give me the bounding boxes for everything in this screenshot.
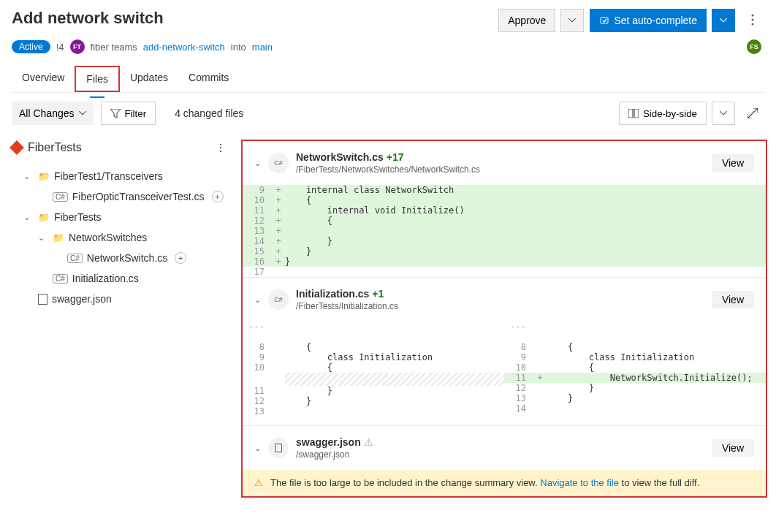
tree-label: NetworkSwitches [69, 232, 147, 243]
file-block: ⌄C#NetworkSwitch.cs+17/FiberTests/Networ… [243, 141, 766, 278]
file-type-icon: C# [268, 153, 289, 173]
autocomplete-dropdown[interactable] [712, 9, 735, 32]
code-line: 16+} [243, 256, 766, 267]
view-mode-dropdown[interactable]: Side-by-side [619, 102, 707, 125]
code-line: 12 } [504, 383, 766, 393]
code-line: 11 } [243, 386, 504, 396]
file-type-icon: C# [268, 289, 289, 310]
csharp-icon: C# [53, 192, 68, 202]
navigate-link[interactable]: Navigate to the file [540, 477, 619, 488]
set-autocomplete-button[interactable]: Set auto-complete [590, 9, 707, 32]
kebab-icon [751, 14, 754, 26]
chevron-down-icon [720, 18, 727, 23]
chevron-icon: ⌄ [38, 233, 48, 243]
git-icon [9, 140, 24, 155]
tree-label: NetworkSwitch.cs [87, 252, 167, 264]
tree-label: FiberTests [54, 211, 102, 223]
autocomplete-icon [599, 15, 609, 26]
file-path: /FiberTests/NetworkSwitches/NetworkSwitc… [296, 164, 704, 175]
file-block: ⌄C#Initialization.cs+1/FiberTests/Initia… [243, 278, 766, 426]
into-text: into [231, 42, 246, 53]
expand-icon [748, 108, 758, 118]
tab-updates[interactable]: Updates [120, 66, 178, 92]
code-line: 12+ { [243, 216, 766, 226]
svg-point-2 [752, 18, 754, 20]
file-icon [38, 294, 47, 305]
collapse-button[interactable]: ⌄ [254, 295, 261, 305]
side-by-side-icon [628, 109, 639, 118]
source-branch-link[interactable]: add-network-switch [143, 42, 225, 53]
tab-overview[interactable]: Overview [12, 66, 75, 92]
code-line: 10 { [504, 362, 766, 373]
code-line: 11+ internal void Initialize() [243, 205, 766, 216]
code-line: 14 [504, 403, 766, 414]
filter-button[interactable]: Filter [101, 102, 156, 125]
view-mode-arrow[interactable] [712, 102, 735, 125]
code-line: 13 [243, 406, 504, 417]
chevron-down-icon [79, 111, 86, 115]
chevron-down-icon [720, 111, 727, 115]
collapse-button[interactable]: ⌄ [254, 444, 261, 453]
collapse-button[interactable]: ⌄ [254, 159, 261, 168]
code-line: 15+ } [243, 246, 766, 256]
code-line: 8 { [504, 342, 766, 352]
code-block: 9+ internal class NetworkSwitch10+ {11+ … [243, 185, 766, 277]
file-name: NetworkSwitch.cs [296, 151, 384, 163]
page-title: Add network switch [12, 9, 164, 28]
tree-item[interactable]: ⌄📁FiberTest1/Transceivers [12, 166, 241, 186]
code-line: 8 { [243, 342, 504, 352]
code-line: 9 class Initialization [243, 352, 504, 362]
code-line: 10 { [243, 362, 504, 373]
view-file-button[interactable]: View [712, 154, 754, 172]
status-badge: Active [12, 40, 50, 53]
fullscreen-button[interactable] [741, 102, 764, 125]
svg-rect-5 [634, 109, 639, 118]
csharp-icon: C# [67, 254, 83, 263]
warning-text: The file is too large to be included in … [270, 477, 538, 488]
file-delta: +1 [372, 288, 384, 300]
sidebar-more-button[interactable]: ⋮ [212, 142, 229, 153]
tree-item[interactable]: ⌄📁FiberTests [12, 207, 241, 227]
code-line: 13 } [504, 393, 766, 403]
file-delta: +17 [387, 151, 404, 163]
file-name: Initialization.cs [296, 288, 369, 300]
all-changes-dropdown[interactable]: All Changes [12, 102, 94, 125]
pr-id: !4 [56, 42, 64, 53]
code-line: 12 } [243, 396, 504, 406]
user-avatar[interactable]: FS [747, 39, 761, 54]
tab-files[interactable]: Files [75, 66, 120, 92]
tab-commits[interactable]: Commits [178, 66, 239, 92]
tree-item[interactable]: C#Initialization.cs [12, 268, 241, 289]
target-branch-link[interactable]: main [252, 42, 273, 53]
tree-label: FiberOpticTransceiverTest.cs [72, 191, 205, 202]
tree-item[interactable]: C#FiberOpticTransceiverTest.cs+ [12, 186, 241, 207]
code-line: 13+ [243, 226, 766, 236]
chevron-icon: ⌄ [23, 213, 34, 222]
chevron-icon: ⌄ [23, 172, 34, 181]
svg-rect-4 [628, 109, 633, 118]
tree-item[interactable]: ⌄📁NetworkSwitches [12, 227, 241, 248]
folder-icon: 📁 [53, 232, 64, 243]
svg-point-3 [752, 23, 754, 25]
chevron-down-icon [568, 18, 576, 23]
changed-files-count: 4 changed files [175, 107, 243, 119]
diff-spacer [285, 373, 504, 386]
code-line: 10+ { [243, 195, 766, 205]
file-path: /swagger.json [296, 449, 704, 460]
tree-item[interactable]: C#NetworkSwitch.cs+ [12, 248, 241, 268]
tree-label: Initialization.cs [72, 273, 139, 284]
tree-label: FiberTest1/Transceivers [54, 170, 163, 182]
more-actions-button[interactable] [741, 14, 764, 28]
added-badge: + [212, 191, 224, 202]
warning-icon: ⚠ [254, 477, 263, 488]
csharp-icon: C# [53, 274, 68, 284]
tree-item[interactable]: swagger.json [12, 289, 241, 309]
approve-button[interactable]: Approve [498, 9, 555, 32]
warning-icon: ⚠ [364, 436, 373, 448]
view-file-button[interactable]: View [712, 439, 754, 457]
approve-dropdown[interactable] [560, 9, 584, 32]
view-file-button[interactable]: View [712, 291, 754, 308]
file-path: /FiberTests/Initialization.cs [296, 301, 704, 311]
warning-text-post: to view the full diff. [622, 477, 700, 488]
file-type-icon [268, 438, 289, 458]
